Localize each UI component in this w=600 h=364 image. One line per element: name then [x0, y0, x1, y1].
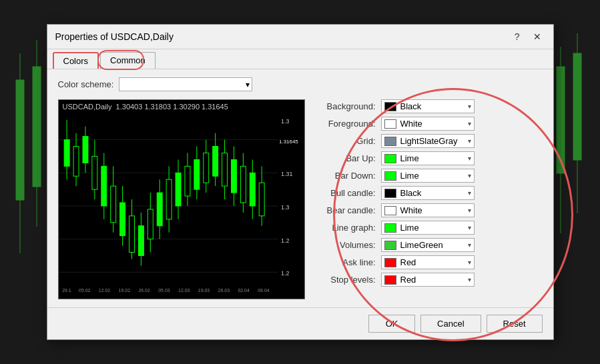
color-row-bar-down: Bar Down: Lime ▾	[316, 169, 543, 183]
svg-rect-29	[91, 156, 97, 189]
foreground-dropdown[interactable]: White ▾	[381, 117, 475, 131]
close-button[interactable]: ✕	[529, 30, 545, 43]
bull-candle-dropdown[interactable]: Black ▾	[381, 186, 475, 200]
grid-value: LightSlateGray	[400, 136, 465, 146]
grid-label: Grid:	[316, 136, 376, 146]
svg-rect-47	[176, 173, 181, 206]
line-graph-value: Lime	[400, 223, 465, 233]
grid-arrow: ▾	[468, 137, 471, 145]
ok-button[interactable]: OK	[368, 315, 415, 333]
svg-rect-43	[157, 193, 162, 226]
svg-text:1.31: 1.31	[280, 171, 292, 177]
line-graph-swatch	[384, 223, 396, 233]
svg-rect-63	[250, 173, 255, 206]
bar-up-dropdown[interactable]: Lime ▾	[381, 151, 475, 165]
line-graph-dropdown[interactable]: Lime ▾	[381, 221, 475, 235]
line-graph-label: Line graph:	[316, 223, 376, 233]
grid-swatch	[384, 137, 396, 146]
ask-line-swatch	[384, 258, 396, 267]
background-value: Black	[400, 101, 465, 111]
svg-rect-7	[557, 67, 565, 173]
bar-down-arrow: ▾	[468, 172, 471, 179]
help-button[interactable]: ?	[511, 30, 524, 43]
svg-text:26.02: 26.02	[138, 288, 150, 293]
svg-text:12.02: 12.02	[98, 288, 110, 293]
dialog: Properties of USDCAD,Daily ? ✕ Colors Co…	[47, 24, 554, 340]
svg-text:1.3: 1.3	[280, 204, 288, 211]
color-row-ask-line: Ask line: Red ▾	[316, 255, 543, 269]
color-row-bear-candle: Bear candle: White ▾	[316, 203, 543, 217]
foreground-arrow: ▾	[468, 120, 471, 127]
grid-dropdown[interactable]: LightSlateGray ▾	[381, 134, 475, 148]
ask-line-arrow: ▾	[468, 259, 471, 266]
volumes-label: Volumes:	[316, 240, 376, 250]
bar-down-swatch	[384, 171, 396, 181]
svg-rect-27	[82, 137, 87, 163]
tab-bar: Colors Common	[47, 49, 553, 69]
svg-rect-1	[16, 80, 24, 200]
bear-candle-swatch	[384, 206, 396, 215]
bar-down-label: Bar Down:	[316, 171, 376, 181]
svg-rect-41	[147, 209, 153, 239]
reset-button[interactable]: Reset	[487, 315, 543, 333]
ask-line-value: Red	[400, 257, 465, 267]
bull-candle-value: Black	[400, 188, 465, 198]
volumes-dropdown[interactable]: LimeGreen ▾	[381, 238, 475, 252]
bar-down-dropdown[interactable]: Lime ▾	[381, 169, 475, 183]
bear-candle-label: Bear candle:	[316, 205, 376, 215]
color-row-stop-levels: Stop levels: Red ▾	[316, 273, 543, 287]
ask-line-dropdown[interactable]: Red ▾	[381, 255, 475, 269]
svg-text:1.31645: 1.31645	[279, 139, 298, 145]
stop-levels-dropdown[interactable]: Red ▾	[381, 273, 475, 287]
bar-down-value: Lime	[400, 171, 465, 181]
color-row-volumes: Volumes: LimeGreen ▾	[316, 238, 543, 252]
title-bar: Properties of USDCAD,Daily ? ✕	[47, 25, 553, 49]
svg-text:26.03: 26.03	[218, 288, 230, 293]
bar-up-value: Lime	[400, 153, 465, 163]
foreground-swatch	[384, 119, 396, 129]
foreground-value: White	[400, 119, 465, 129]
chart-preview: USDCAD,Daily 1.30403 1.31803 1.30290 1.3…	[58, 99, 305, 299]
svg-text:19.03: 19.03	[198, 288, 210, 293]
background-arrow: ▾	[468, 103, 471, 110]
background-dropdown[interactable]: Black ▾	[381, 99, 475, 113]
tab-common[interactable]: Common	[100, 52, 156, 69]
ask-line-label: Ask line:	[316, 257, 376, 267]
bear-candle-arrow: ▾	[468, 207, 471, 214]
svg-text:19.02: 19.02	[118, 288, 130, 293]
background-swatch	[384, 102, 396, 111]
bear-candle-value: White	[400, 205, 465, 215]
chart-info: USDCAD,Daily 1.30403 1.31803 1.30290 1.3…	[63, 103, 228, 111]
stop-levels-value: Red	[400, 275, 465, 285]
svg-rect-3	[33, 67, 41, 187]
svg-rect-65	[259, 183, 264, 216]
svg-rect-31	[101, 166, 106, 206]
svg-rect-55	[212, 147, 218, 177]
svg-rect-53	[203, 153, 208, 183]
color-row-line-graph: Line graph: Lime ▾	[316, 221, 543, 235]
cancel-button[interactable]: Cancel	[420, 315, 481, 333]
volumes-arrow: ▾	[468, 241, 471, 249]
bull-candle-label: Bull candle:	[316, 188, 376, 198]
color-scheme-select[interactable]	[119, 77, 252, 91]
title-controls: ? ✕	[511, 30, 545, 43]
svg-text:05.03: 05.03	[158, 288, 170, 293]
color-scheme-select-wrapper[interactable]	[119, 77, 252, 91]
stop-levels-label: Stop levels:	[316, 275, 376, 285]
svg-text:1.2: 1.2	[280, 270, 288, 277]
svg-rect-49	[184, 166, 190, 196]
color-row-bar-up: Bar Up: Lime ▾	[316, 151, 543, 165]
background-label: Background:	[316, 101, 376, 111]
tab-colors[interactable]: Colors	[53, 52, 99, 69]
main-area: USDCAD,Daily 1.30403 1.31803 1.30290 1.3…	[58, 99, 543, 299]
bar-up-label: Bar Up:	[316, 153, 376, 163]
svg-rect-9	[573, 53, 581, 160]
stop-levels-arrow: ▾	[468, 276, 471, 283]
bear-candle-dropdown[interactable]: White ▾	[381, 203, 475, 217]
color-row-bull-candle: Bull candle: Black ▾	[316, 186, 543, 200]
color-row-foreground: Foreground: White ▾	[316, 117, 543, 131]
bull-candle-swatch	[384, 189, 396, 198]
dialog-title: Properties of USDCAD,Daily	[55, 31, 174, 42]
bar-up-swatch	[384, 154, 396, 163]
svg-rect-57	[222, 153, 227, 186]
